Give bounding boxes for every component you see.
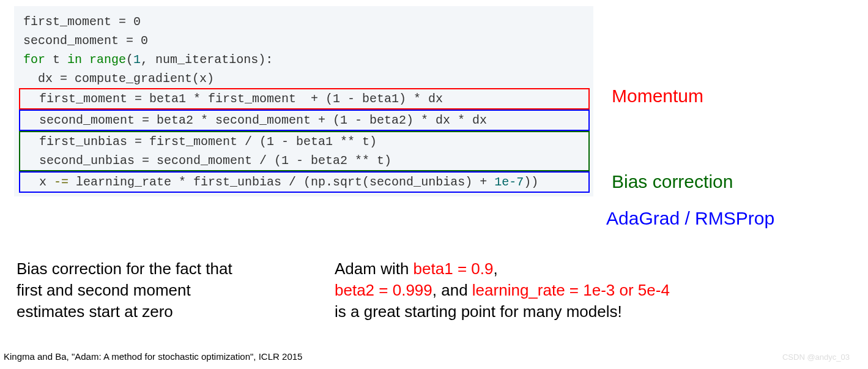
code-text: )) (524, 175, 538, 189)
param-beta1: beta1 = 0.9 (414, 259, 494, 278)
param-learning-rate: learning_rate = 1e-3 or 5e-4 (472, 281, 670, 299)
code-text: learning_rate * first_unbias / (np.sqrt(… (69, 175, 494, 189)
note-text: estimates start at zero (17, 302, 173, 321)
code-block: first_moment = 0 second_moment = 0 for t… (14, 6, 593, 196)
citation: Kingma and Ba, "Adam: A method for stoch… (4, 351, 302, 362)
note-adam-defaults: Adam with beta1 = 0.9, beta2 = 0.999, an… (335, 258, 763, 322)
note-text: is a great starting point for many model… (335, 302, 622, 321)
keyword-in: in (67, 53, 82, 67)
code-line-first-unbias: first_unbias = first_moment / (1 - beta1… (24, 132, 588, 151)
code-line-second-unbias: second_unbias = second_moment / (1 - bet… (24, 151, 588, 170)
watermark: CSDN @andyc_03 (782, 352, 850, 362)
note-text: , and (432, 281, 472, 299)
code-line-3: for t in range(1, num_iterations): (14, 50, 593, 69)
note-text: Bias correction for the fact that (17, 259, 232, 278)
keyword-for: for (23, 53, 45, 67)
fn-range: range (89, 53, 126, 67)
code-text (82, 53, 89, 67)
number-literal: 1 (133, 53, 141, 67)
code-text: t (45, 53, 67, 67)
code-line-momentum: first_moment = beta1 * first_moment + (1… (19, 88, 590, 110)
code-text: ( (126, 53, 133, 67)
code-line-4: dx = compute_gradient(x) (14, 69, 593, 88)
note-text: first and second moment (17, 281, 191, 299)
code-text: x (24, 175, 54, 189)
note-bias-correction: Bias correction for the fact that first … (17, 258, 298, 322)
code-line-2: second_moment = 0 (14, 31, 593, 50)
note-text: , (493, 259, 497, 278)
label-momentum: Momentum (612, 86, 703, 106)
note-text: Adam with (335, 259, 414, 278)
code-line-1: first_moment = 0 (14, 12, 593, 31)
code-line-update: x -= learning_rate * first_unbias / (np.… (19, 171, 590, 193)
label-bias-correction: Bias correction (612, 171, 733, 192)
code-box-bias-correction: first_unbias = first_moment / (1 - beta1… (19, 131, 590, 171)
param-beta2: beta2 = 0.999 (335, 281, 432, 299)
number-literal: 1e-7 (494, 175, 524, 189)
code-text: , num_iterations): (141, 53, 273, 67)
code-line-second-moment: second_moment = beta2 * second_moment + … (19, 110, 590, 131)
operator-minus-eq: -= (54, 175, 69, 189)
label-adagrad-rmsprop: AdaGrad / RMSProp (606, 208, 774, 229)
